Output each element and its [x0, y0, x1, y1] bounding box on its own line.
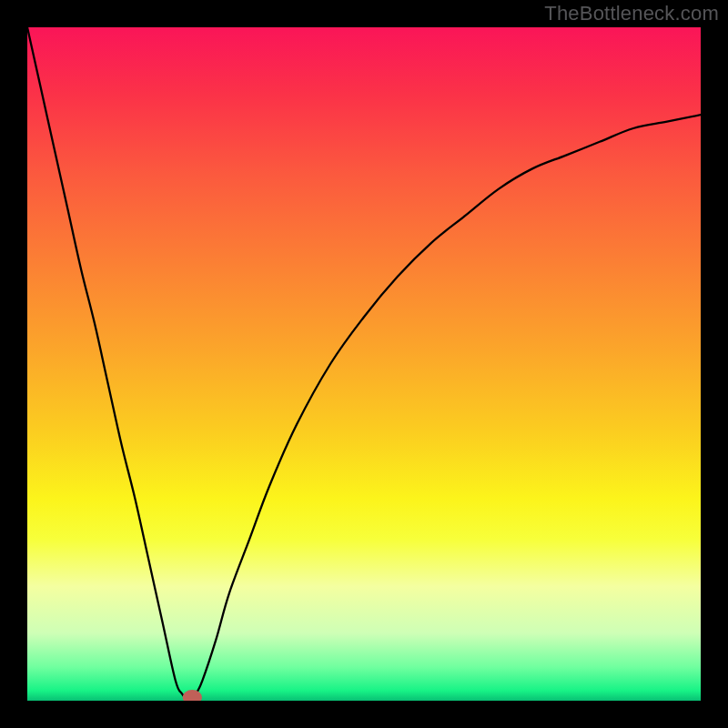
- plot-area: [27, 27, 701, 701]
- gradient-background: [27, 27, 701, 701]
- chart-svg: [27, 27, 701, 701]
- watermark-text: TheBottleneck.com: [544, 2, 719, 25]
- chart-container: TheBottleneck.com: [0, 0, 728, 728]
